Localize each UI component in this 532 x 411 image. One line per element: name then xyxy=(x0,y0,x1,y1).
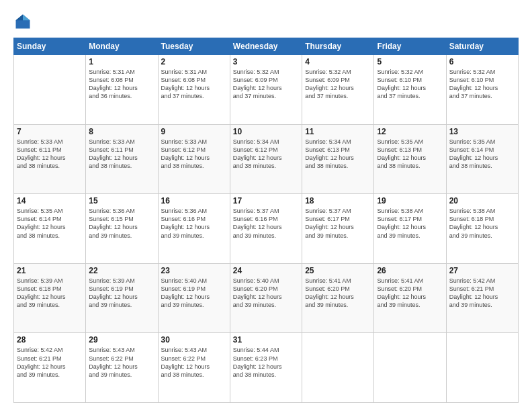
weekday-header-wednesday: Wednesday xyxy=(230,38,302,55)
day-number: 12 xyxy=(377,127,443,136)
calendar-cell: 6Sunrise: 5:32 AM Sunset: 6:10 PM Daylig… xyxy=(446,55,518,125)
calendar-cell xyxy=(374,333,446,403)
calendar-cell: 15Sunrise: 5:36 AM Sunset: 6:15 PM Dayli… xyxy=(86,194,158,264)
cell-info: Sunrise: 5:35 AM Sunset: 6:14 PM Dayligh… xyxy=(449,138,515,171)
logo xyxy=(13,12,35,31)
cell-info: Sunrise: 5:35 AM Sunset: 6:14 PM Dayligh… xyxy=(17,207,83,240)
cell-info: Sunrise: 5:42 AM Sunset: 6:21 PM Dayligh… xyxy=(17,346,83,379)
day-number: 20 xyxy=(449,196,515,205)
calendar-cell: 16Sunrise: 5:36 AM Sunset: 6:16 PM Dayli… xyxy=(158,194,230,264)
calendar-cell: 8Sunrise: 5:33 AM Sunset: 6:11 PM Daylig… xyxy=(86,124,158,194)
calendar-cell: 7Sunrise: 5:33 AM Sunset: 6:11 PM Daylig… xyxy=(14,124,86,194)
day-number: 14 xyxy=(17,196,83,205)
day-number: 10 xyxy=(233,127,299,136)
day-number: 24 xyxy=(233,266,299,275)
cell-info: Sunrise: 5:32 AM Sunset: 6:09 PM Dayligh… xyxy=(233,68,299,101)
weekday-header-monday: Monday xyxy=(86,38,158,55)
day-number: 21 xyxy=(17,266,83,275)
weekday-header-thursday: Thursday xyxy=(302,38,374,55)
day-number: 15 xyxy=(89,196,154,205)
day-number: 22 xyxy=(89,266,154,275)
calendar-cell: 27Sunrise: 5:42 AM Sunset: 6:21 PM Dayli… xyxy=(446,263,518,333)
cell-info: Sunrise: 5:31 AM Sunset: 6:08 PM Dayligh… xyxy=(89,68,154,101)
calendar-cell: 11Sunrise: 5:34 AM Sunset: 6:13 PM Dayli… xyxy=(302,124,374,194)
calendar-cell: 12Sunrise: 5:35 AM Sunset: 6:13 PM Dayli… xyxy=(374,124,446,194)
cell-info: Sunrise: 5:32 AM Sunset: 6:10 PM Dayligh… xyxy=(377,68,443,101)
calendar-cell: 21Sunrise: 5:39 AM Sunset: 6:18 PM Dayli… xyxy=(14,263,86,333)
weekday-header-saturday: Saturday xyxy=(446,38,518,55)
day-number: 3 xyxy=(233,57,299,66)
weekday-header-tuesday: Tuesday xyxy=(158,38,230,55)
calendar-cell: 3Sunrise: 5:32 AM Sunset: 6:09 PM Daylig… xyxy=(230,55,302,125)
calendar-cell: 26Sunrise: 5:41 AM Sunset: 6:20 PM Dayli… xyxy=(374,263,446,333)
calendar-cell: 1Sunrise: 5:31 AM Sunset: 6:08 PM Daylig… xyxy=(86,55,158,125)
cell-info: Sunrise: 5:38 AM Sunset: 6:18 PM Dayligh… xyxy=(449,207,515,240)
calendar-cell: 24Sunrise: 5:40 AM Sunset: 6:20 PM Dayli… xyxy=(230,263,302,333)
calendar-cell: 18Sunrise: 5:37 AM Sunset: 6:17 PM Dayli… xyxy=(302,194,374,264)
calendar-cell: 25Sunrise: 5:41 AM Sunset: 6:20 PM Dayli… xyxy=(302,263,374,333)
day-number: 7 xyxy=(17,127,83,136)
day-number: 23 xyxy=(161,266,227,275)
calendar-cell: 31Sunrise: 5:44 AM Sunset: 6:23 PM Dayli… xyxy=(230,333,302,403)
calendar-cell xyxy=(446,333,518,403)
cell-info: Sunrise: 5:33 AM Sunset: 6:12 PM Dayligh… xyxy=(161,138,227,171)
day-number: 25 xyxy=(305,266,371,275)
calendar-cell: 13Sunrise: 5:35 AM Sunset: 6:14 PM Dayli… xyxy=(446,124,518,194)
calendar-week-3: 14Sunrise: 5:35 AM Sunset: 6:14 PM Dayli… xyxy=(14,194,519,264)
cell-info: Sunrise: 5:36 AM Sunset: 6:16 PM Dayligh… xyxy=(161,207,227,240)
cell-info: Sunrise: 5:41 AM Sunset: 6:20 PM Dayligh… xyxy=(377,277,443,310)
day-number: 28 xyxy=(17,335,83,345)
day-number: 27 xyxy=(449,266,515,275)
day-number: 18 xyxy=(305,196,371,205)
calendar-cell xyxy=(302,333,374,403)
cell-info: Sunrise: 5:40 AM Sunset: 6:20 PM Dayligh… xyxy=(233,277,299,310)
cell-info: Sunrise: 5:34 AM Sunset: 6:13 PM Dayligh… xyxy=(305,138,371,171)
calendar-cell: 19Sunrise: 5:38 AM Sunset: 6:17 PM Dayli… xyxy=(374,194,446,264)
cell-info: Sunrise: 5:41 AM Sunset: 6:20 PM Dayligh… xyxy=(305,277,371,310)
calendar-cell xyxy=(14,55,86,125)
cell-info: Sunrise: 5:33 AM Sunset: 6:11 PM Dayligh… xyxy=(89,138,154,171)
day-number: 17 xyxy=(233,196,299,205)
cell-info: Sunrise: 5:33 AM Sunset: 6:11 PM Dayligh… xyxy=(17,138,83,171)
day-number: 2 xyxy=(161,57,227,66)
weekday-header-sunday: Sunday xyxy=(14,38,86,55)
cell-info: Sunrise: 5:32 AM Sunset: 6:09 PM Dayligh… xyxy=(305,68,371,101)
cell-info: Sunrise: 5:39 AM Sunset: 6:19 PM Dayligh… xyxy=(89,277,154,310)
day-number: 29 xyxy=(89,335,154,345)
svg-marker-2 xyxy=(16,15,24,21)
calendar-cell: 17Sunrise: 5:37 AM Sunset: 6:16 PM Dayli… xyxy=(230,194,302,264)
day-number: 5 xyxy=(377,57,443,66)
cell-info: Sunrise: 5:38 AM Sunset: 6:17 PM Dayligh… xyxy=(377,207,443,240)
calendar-week-5: 28Sunrise: 5:42 AM Sunset: 6:21 PM Dayli… xyxy=(14,333,519,403)
day-number: 6 xyxy=(449,57,515,66)
day-number: 26 xyxy=(377,266,443,275)
svg-marker-1 xyxy=(23,15,30,21)
calendar-week-1: 1Sunrise: 5:31 AM Sunset: 6:08 PM Daylig… xyxy=(14,55,519,125)
calendar-cell: 10Sunrise: 5:34 AM Sunset: 6:12 PM Dayli… xyxy=(230,124,302,194)
cell-info: Sunrise: 5:34 AM Sunset: 6:12 PM Dayligh… xyxy=(233,138,299,171)
calendar-cell: 28Sunrise: 5:42 AM Sunset: 6:21 PM Dayli… xyxy=(14,333,86,403)
calendar-week-4: 21Sunrise: 5:39 AM Sunset: 6:18 PM Dayli… xyxy=(14,263,519,333)
calendar-cell: 4Sunrise: 5:32 AM Sunset: 6:09 PM Daylig… xyxy=(302,55,374,125)
calendar-header-row: SundayMondayTuesdayWednesdayThursdayFrid… xyxy=(14,38,519,55)
weekday-header-friday: Friday xyxy=(374,38,446,55)
cell-info: Sunrise: 5:43 AM Sunset: 6:22 PM Dayligh… xyxy=(89,346,154,379)
page: SundayMondayTuesdayWednesdayThursdayFrid… xyxy=(0,0,532,411)
day-number: 4 xyxy=(305,57,371,66)
cell-info: Sunrise: 5:39 AM Sunset: 6:18 PM Dayligh… xyxy=(17,277,83,310)
calendar-cell: 22Sunrise: 5:39 AM Sunset: 6:19 PM Dayli… xyxy=(86,263,158,333)
cell-info: Sunrise: 5:37 AM Sunset: 6:16 PM Dayligh… xyxy=(233,207,299,240)
calendar-cell: 29Sunrise: 5:43 AM Sunset: 6:22 PM Dayli… xyxy=(86,333,158,403)
day-number: 1 xyxy=(89,57,154,66)
cell-info: Sunrise: 5:42 AM Sunset: 6:21 PM Dayligh… xyxy=(449,277,515,310)
logo-icon xyxy=(13,12,32,31)
cell-info: Sunrise: 5:35 AM Sunset: 6:13 PM Dayligh… xyxy=(377,138,443,171)
calendar-cell: 5Sunrise: 5:32 AM Sunset: 6:10 PM Daylig… xyxy=(374,55,446,125)
day-number: 8 xyxy=(89,127,154,136)
day-number: 16 xyxy=(161,196,227,205)
day-number: 13 xyxy=(449,127,515,136)
day-number: 9 xyxy=(161,127,227,136)
cell-info: Sunrise: 5:43 AM Sunset: 6:22 PM Dayligh… xyxy=(161,346,227,379)
cell-info: Sunrise: 5:31 AM Sunset: 6:08 PM Dayligh… xyxy=(161,68,227,101)
calendar-cell: 23Sunrise: 5:40 AM Sunset: 6:19 PM Dayli… xyxy=(158,263,230,333)
